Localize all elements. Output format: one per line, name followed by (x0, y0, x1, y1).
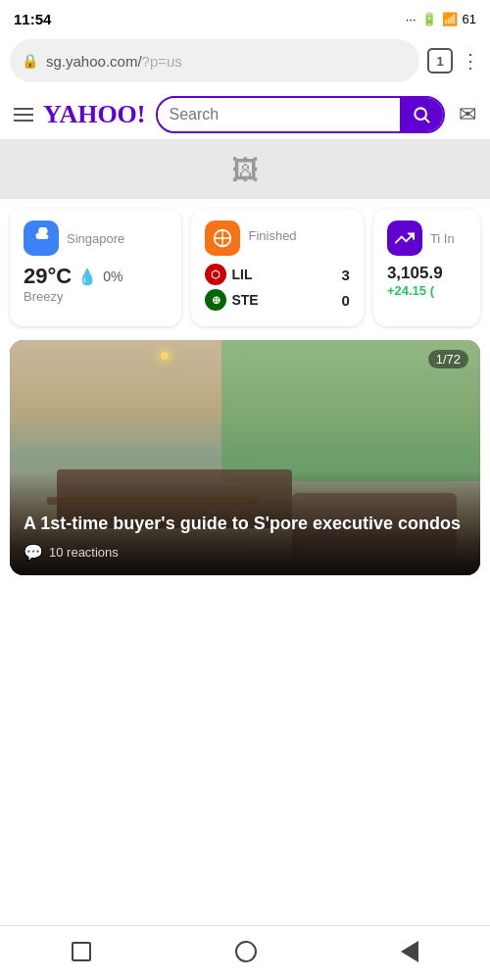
yahoo-header: YAHOO! ✉ (0, 90, 490, 140)
ste-badge: ⊕ (205, 289, 226, 311)
more-options-icon[interactable]: ⋮ (461, 49, 480, 73)
lil-badge: ⬡ (205, 264, 226, 285)
nav-circle-button[interactable] (235, 941, 257, 965)
tab-count[interactable]: 1 (427, 48, 453, 74)
url-text: sg.yahoo.com/?p=us (46, 53, 408, 70)
news-reactions: 💬 10 reactions (24, 543, 466, 562)
team1: ⬡ LIL (205, 264, 252, 285)
yahoo-logo: YAHOO! (43, 100, 146, 129)
sports-header: Finished (205, 220, 349, 256)
nav-circle-icon (235, 941, 257, 962)
sports-widget[interactable]: Finished ⬡ LIL 3 ⊕ STE 0 (191, 209, 363, 326)
weather-condition: Breezy (24, 289, 168, 304)
hamburger-menu[interactable] (14, 108, 33, 122)
score2: 0 (342, 292, 350, 309)
finance-widget[interactable]: Ti In 3,105.9 +24.15 ( (373, 209, 480, 326)
finance-name: Ti In (430, 231, 455, 246)
nav-triangle-icon (401, 941, 418, 962)
empty-content-area (0, 585, 490, 801)
team2-name: STE (231, 292, 258, 308)
lock-icon: 🔒 (22, 53, 38, 69)
news-counter: 1/72 (428, 350, 468, 368)
score1: 3 (342, 267, 350, 283)
weather-icon (24, 220, 59, 256)
status-bar: 11:54 ··· 🔋 📶 61 (0, 0, 490, 35)
sports-status: Finished (248, 228, 296, 243)
battery-level: 61 (463, 12, 476, 26)
news-card[interactable]: 1/72 A 1st-time buyer's guide to S'pore … (10, 340, 480, 575)
news-title: A 1st-time buyer's guide to S'pore execu… (24, 513, 466, 535)
status-icons: ··· 🔋 📶 61 (406, 12, 476, 26)
score-row-2: ⊕ STE 0 (205, 289, 349, 311)
weather-temp: 29°C (24, 264, 72, 289)
weather-location: Singapore (67, 231, 124, 246)
humidity-icon: 💧 (77, 268, 97, 286)
broken-image-icon: 🖼 (231, 154, 259, 186)
score-row-1: ⬡ LIL 3 (205, 264, 349, 285)
wifi-icon: 📶 (442, 12, 458, 26)
reactions-count: 10 reactions (49, 545, 119, 560)
weather-header: Singapore (24, 220, 168, 256)
search-box[interactable] (156, 96, 446, 133)
finance-change: +24.15 ( (387, 283, 466, 298)
search-button[interactable] (400, 98, 443, 131)
weather-widget[interactable]: Singapore 29°C 💧 0% Breezy (10, 209, 181, 326)
sports-icon (205, 220, 240, 256)
broken-image-area: 🖼 (0, 140, 490, 199)
nav-square-icon (72, 942, 91, 961)
finance-value: 3,105.9 (387, 264, 466, 283)
android-nav-bar (0, 925, 490, 980)
nav-square-button[interactable] (72, 942, 91, 964)
nav-back-button[interactable] (401, 941, 418, 965)
address-bar[interactable]: 🔒 sg.yahoo.com/?p=us (10, 39, 419, 82)
team2: ⊕ STE (205, 289, 258, 311)
signal-icon: ··· (406, 12, 416, 26)
mail-icon[interactable]: ✉ (459, 102, 476, 127)
search-input[interactable] (158, 106, 401, 123)
sim-icon: 🔋 (421, 12, 437, 26)
chat-icon: 💬 (24, 543, 43, 562)
status-time: 11:54 (14, 11, 51, 27)
svg-line-1 (425, 119, 429, 122)
news-overlay: A 1st-time buyer's guide to S'pore execu… (10, 473, 480, 575)
finance-icon (387, 220, 422, 256)
finance-header: Ti In (387, 220, 466, 256)
widgets-row: Singapore 29°C 💧 0% Breezy Finished ⬡ LI… (0, 199, 490, 336)
weather-humidity: 0% (103, 269, 122, 284)
team1-name: LIL (231, 267, 252, 282)
